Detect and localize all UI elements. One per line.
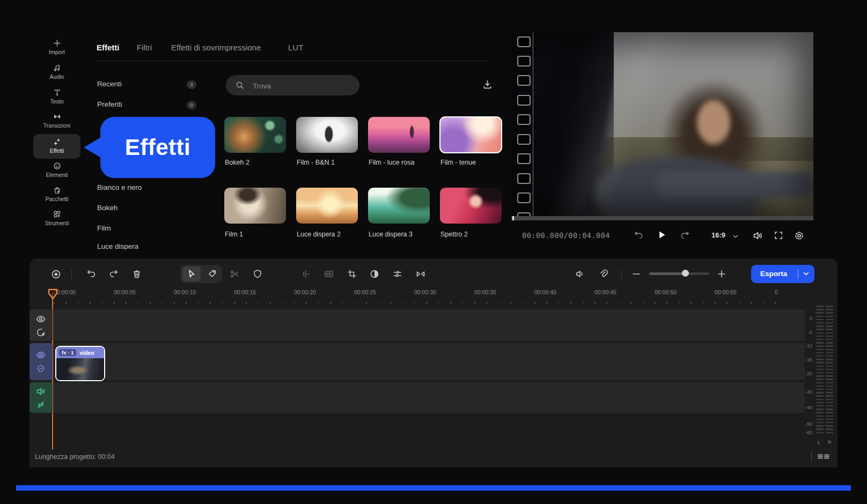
- sidebar-item-import[interactable]: Import: [32, 39, 82, 55]
- audio-track-row[interactable]: [54, 382, 805, 413]
- effect-thumb-spettro-2[interactable]: [440, 188, 502, 224]
- effect-name: Film - luce rosa: [369, 159, 438, 166]
- timeline-zoom-slider[interactable]: [649, 272, 709, 275]
- play-button[interactable]: [655, 228, 668, 242]
- category-film[interactable]: Film: [97, 224, 111, 232]
- audio-meter-toggle-icon[interactable]: [816, 453, 832, 461]
- category-recenti-count: 3: [187, 80, 196, 89]
- zoom-in-icon[interactable]: [714, 266, 729, 281]
- sidebar-item-label: Strumenti: [32, 220, 82, 226]
- export-chevron-icon[interactable]: [801, 269, 811, 279]
- effect-thumb-film-bn-1[interactable]: [296, 117, 358, 153]
- sidebar-item-elementi[interactable]: Elementi: [32, 161, 82, 178]
- meter-scale-label: -15: [796, 357, 812, 362]
- delete-icon[interactable]: [129, 266, 144, 281]
- category-luce-dispera[interactable]: Luce dispera: [97, 242, 138, 250]
- speaker-icon[interactable]: [35, 386, 46, 397]
- undo-icon[interactable]: [84, 266, 99, 281]
- zoom-slider-knob[interactable]: [682, 270, 689, 277]
- sidebar-item-label: Import: [32, 49, 82, 55]
- sidebar-item-label: Effetti: [32, 147, 82, 154]
- timeline-audio-icon[interactable]: [572, 266, 587, 281]
- tab-effetti[interactable]: Effetti: [97, 43, 120, 52]
- link-attach-icon[interactable]: [596, 266, 611, 281]
- video-clip[interactable]: fx · 1 video: [55, 346, 105, 381]
- redo-icon[interactable]: [106, 266, 121, 281]
- tag-tool-icon[interactable]: [204, 266, 219, 281]
- fullscreen-icon[interactable]: [772, 228, 785, 242]
- smiley-icon: [32, 161, 82, 171]
- sidebar-item-pacchetti[interactable]: Pacchetti: [32, 186, 82, 202]
- audio-split-icon[interactable]: [298, 266, 313, 281]
- effect-thumb-bokeh-2[interactable]: [224, 117, 286, 153]
- download-icon[interactable]: [482, 79, 493, 90]
- eye-icon[interactable]: [35, 350, 46, 360]
- sidebar-item-testo[interactable]: Testo: [32, 88, 82, 105]
- aspect-ratio-value[interactable]: 16:9: [711, 231, 725, 239]
- mask-shield-icon[interactable]: [250, 266, 265, 281]
- effect-thumb-film-luce-rosa[interactable]: [368, 117, 430, 153]
- effect-name: Film - B&N 1: [297, 159, 366, 166]
- tab-lut[interactable]: LUT: [288, 43, 303, 52]
- clip-thumbnail: [56, 358, 104, 380]
- effect-name: Spettro 2: [440, 231, 510, 238]
- overlay-track-row[interactable]: [54, 309, 805, 341]
- category-preferiti[interactable]: Preferiti: [97, 100, 122, 108]
- transition-tool-icon[interactable]: [413, 266, 428, 281]
- video-track-header: [30, 343, 53, 380]
- step-back-icon[interactable]: [631, 228, 645, 242]
- audio-track-header: [30, 382, 53, 413]
- ruler-label: 00:00:05: [114, 289, 136, 295]
- unlink-icon[interactable]: [35, 399, 46, 410]
- clip-type-label: video: [79, 350, 94, 356]
- meter-scale-label: -60: [796, 430, 812, 435]
- settings-gear-icon[interactable]: [792, 228, 806, 242]
- ruler-label: 00:00:20: [294, 289, 316, 295]
- search-input[interactable]: [252, 75, 356, 97]
- effect-thumb-film-1[interactable]: [224, 188, 286, 224]
- contrast-icon[interactable]: [367, 266, 382, 281]
- category-recenti[interactable]: Recenti: [97, 80, 122, 88]
- captions-cc-icon[interactable]: [321, 266, 336, 281]
- tab-filtri[interactable]: Filtri: [137, 43, 152, 52]
- effetti-callout: Effetti: [100, 117, 215, 178]
- search-box[interactable]: [226, 75, 359, 95]
- transition-icon: [32, 112, 82, 121]
- ruler-label-clipped: 0: [775, 289, 778, 295]
- export-button[interactable]: Esporta: [751, 265, 814, 283]
- crop-icon[interactable]: [344, 266, 359, 281]
- eye-icon[interactable]: [35, 314, 46, 324]
- ruler-label: 00:00:30: [414, 289, 436, 295]
- tabs-divider: [97, 61, 487, 61]
- sidebar-item-label: Elementi: [32, 172, 82, 178]
- toolbar-divider: [621, 269, 622, 279]
- video-preview[interactable]: [511, 32, 813, 216]
- link-loop-icon[interactable]: [35, 327, 46, 338]
- freeze-dots-icon[interactable]: [35, 363, 46, 374]
- video-track-row[interactable]: [54, 343, 805, 380]
- sidebar-item-audio[interactable]: Audio: [32, 63, 82, 80]
- zoom-out-icon[interactable]: [629, 266, 644, 281]
- effect-thumb-luce-dispera-2[interactable]: [296, 188, 358, 224]
- record-icon[interactable]: [48, 266, 63, 281]
- sidebar-item-strumenti[interactable]: Strumenti: [32, 210, 82, 226]
- preview-scrub-bar[interactable]: [511, 216, 813, 220]
- volume-icon[interactable]: [751, 228, 765, 242]
- category-bokeh[interactable]: Bokeh: [97, 204, 117, 212]
- adjust-sliders-icon[interactable]: [390, 266, 405, 281]
- chevron-down-icon[interactable]: [729, 229, 743, 243]
- scrub-position-marker: [512, 216, 514, 220]
- effect-thumb-film-tenue[interactable]: [440, 117, 502, 153]
- cursor-select-icon[interactable]: [184, 266, 199, 281]
- sidebar-item-effetti[interactable]: Effetti: [32, 137, 82, 154]
- split-scissors-icon[interactable]: [227, 266, 242, 281]
- tab-sovrimpressione[interactable]: Effetti di sovrimpressione: [171, 43, 261, 52]
- category-bianco-e-nero[interactable]: Bianco e nero: [97, 183, 142, 191]
- step-forward-icon[interactable]: [678, 228, 692, 242]
- overlay-track-header: [30, 309, 53, 341]
- meter-scale-label: -5: [796, 330, 812, 335]
- playhead-marker[interactable]: [48, 288, 58, 300]
- effect-name: Film 1: [225, 231, 295, 238]
- effect-thumb-luce-dispera-3[interactable]: [368, 188, 430, 224]
- sidebar-item-transizioni[interactable]: Transizioni: [32, 112, 82, 129]
